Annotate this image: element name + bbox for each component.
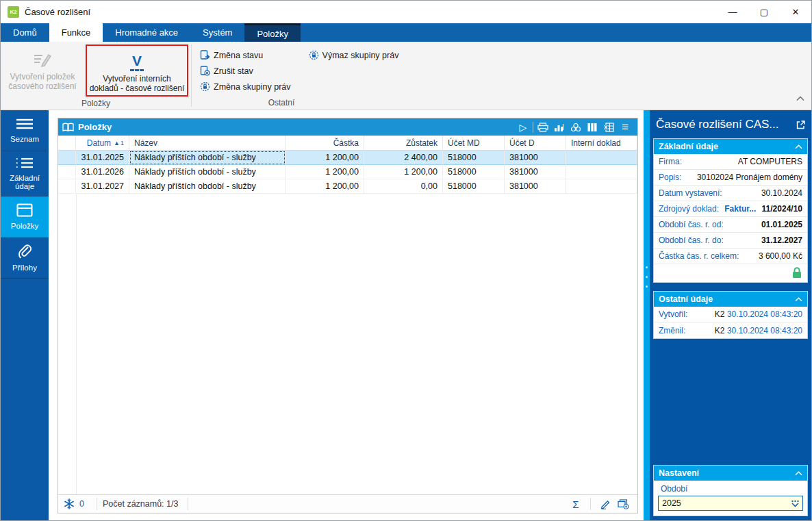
tab-system[interactable]: Systém: [190, 23, 244, 42]
detail-panel-title-row: Časové rozlišení CAS...: [653, 114, 808, 136]
column-header-ucet-d[interactable]: Účet D: [505, 136, 566, 150]
ribbon-tab-bar: Domů Funkce Hromadné akce Systém Položky: [1, 23, 811, 42]
change-rights-group-button[interactable]: Změna skupiny práv: [200, 79, 291, 94]
table-row[interactable]: 31.01.2026 Náklady příštích období - slu…: [58, 165, 637, 179]
cell-interni-doklad: [566, 151, 637, 165]
ribbon-collapse-button[interactable]: [796, 92, 804, 104]
svg-text:X: X: [604, 124, 608, 131]
splitter-grip-dot: [646, 266, 648, 268]
section-title: Nastavení: [659, 468, 699, 478]
cell-ucet-md: 518000: [443, 179, 505, 194]
splitter-grip-dot: [646, 276, 648, 278]
settings-card: Nastavení Období: [653, 465, 808, 516]
annotation-highlight-box: V Vytvoření interních dokladů - časové r…: [86, 45, 188, 97]
group-shapes-icon[interactable]: [568, 120, 584, 135]
other-info-header[interactable]: Ostatní údaje: [654, 292, 807, 307]
table-header-bar: Položky ▷: [58, 118, 637, 136]
table-empty-area: [58, 194, 637, 494]
cell-castka: 1 200,00: [286, 165, 364, 179]
tab-polozky[interactable]: Položky: [244, 23, 301, 42]
table-row[interactable]: 31.01.2027 Náklady příštích období - slu…: [58, 179, 637, 194]
selector-column-header[interactable]: [58, 136, 76, 150]
table-status-bar: 0 Počet záznamů: 1/3 Σ: [58, 494, 637, 513]
column-header-interni-doklad[interactable]: Interní doklad: [566, 136, 637, 150]
sum-icon[interactable]: Σ: [567, 498, 585, 510]
row-selector: [58, 179, 76, 194]
cell-interni-doklad: [566, 165, 637, 179]
record-count-label: Počet záznamů: 1/3: [103, 499, 182, 509]
action-label: Výmaz skupiny práv: [322, 51, 399, 60]
delete-rights-group-button[interactable]: Výmaz skupiny práv: [309, 47, 399, 63]
detail-title: Časové rozlišení CAS...: [656, 118, 796, 131]
column-header-zustatek[interactable]: Zůstatek: [364, 136, 443, 150]
column-header-nazev[interactable]: Název: [129, 136, 286, 150]
window-controls: — ▢ ✕: [717, 1, 811, 23]
detail-panel-spacer: [653, 339, 808, 462]
sidebar-item-label: Přílohy: [12, 264, 37, 272]
main-content: Položky ▷: [49, 110, 644, 520]
field-firma: Firma: AT COMPUTERS: [654, 154, 807, 170]
chart-icon[interactable]: [551, 120, 568, 135]
ribbon: Vytvoření položek časového rozlišení V V…: [1, 42, 811, 110]
tab-domu[interactable]: Domů: [1, 23, 49, 42]
period-input[interactable]: [658, 496, 803, 511]
maximize-button[interactable]: ▢: [748, 1, 780, 23]
source-document-link[interactable]: Faktur...: [724, 204, 756, 214]
column-header-datum[interactable]: Datum▲1: [76, 136, 129, 150]
field-vytvoril: Vytvořil: K2 30.10.2024 08:43:20: [654, 307, 807, 322]
create-accrual-items-button[interactable]: Vytvoření položek časového rozlišení: [5, 45, 80, 91]
create-internal-documents-button[interactable]: V Vytvoření interních dokladů - časové r…: [88, 47, 186, 93]
column-header-castka[interactable]: Částka: [286, 136, 364, 150]
sidebar-item-label: Seznam: [10, 135, 39, 143]
basic-info-card: Základní údaje Firma: AT COMPUTERS Popis…: [653, 138, 808, 283]
settings-header[interactable]: Nastavení: [654, 466, 807, 481]
field-obdobi-do: Období čas. r. do: 31.12.2027: [654, 233, 807, 249]
cancel-state-button[interactable]: Zrušit stav: [200, 63, 291, 79]
section-title: Základní údaje: [659, 142, 718, 151]
basic-info-header[interactable]: Základní údaje: [654, 139, 807, 154]
settings-body: Období: [654, 481, 807, 516]
excel-export-icon[interactable]: X: [600, 120, 617, 135]
sidebar-item-zakladni-udaje[interactable]: Základní údaje: [1, 151, 49, 196]
sidebar-item-label: Základní údaje: [2, 174, 47, 190]
menu-icon[interactable]: ≡: [617, 120, 633, 135]
group-label-polozky: Položky: [1, 97, 191, 110]
rights-lock-icon: [200, 81, 210, 92]
panel-splitter[interactable]: [644, 110, 650, 520]
rights-lock-icon: [309, 50, 319, 60]
tab-hromadne-akce[interactable]: Hromadné akce: [103, 23, 190, 42]
column-header-ucet-md[interactable]: Účet MD: [443, 136, 505, 150]
change-state-button[interactable]: Změna stavu: [200, 47, 291, 63]
dropdown-chevron-icon[interactable]: [789, 498, 801, 509]
action-label: Zrušit stav: [214, 66, 253, 76]
run-icon[interactable]: ▷: [515, 120, 531, 135]
snowflake-icon: [64, 498, 75, 509]
table-row[interactable]: 31.01.2025 Náklady příštích období - slu…: [58, 151, 637, 165]
chevron-up-icon: [796, 96, 804, 101]
hamburger-list-icon: [16, 118, 34, 131]
box-icon: [16, 203, 33, 218]
cell-ucet-md: 518000: [443, 151, 505, 165]
field-zdrojovy-doklad: Zdrojový doklad: Faktur... 11/2024/10: [654, 201, 807, 217]
sidebar-item-polozky[interactable]: Položky: [1, 196, 49, 238]
field-obdobi-od: Období čas. r. od: 01.01.2025: [654, 217, 807, 233]
table-column-headers: Datum▲1 Název Částka Zůstatek Účet MD Úč…: [58, 136, 637, 151]
tab-funkce[interactable]: Funkce: [49, 23, 103, 42]
splitter-grip-dot: [646, 285, 648, 288]
table-title: Položky: [78, 122, 112, 132]
sidebar-item-seznam[interactable]: Seznam: [1, 110, 49, 151]
add-copy-icon[interactable]: [614, 499, 632, 509]
detail-list-icon: [16, 157, 34, 170]
button-label-line: Vytvoření interních: [103, 74, 171, 84]
edit-pencil-icon[interactable]: [596, 499, 614, 509]
open-external-icon[interactable]: [796, 120, 806, 130]
minimize-button[interactable]: —: [717, 1, 748, 23]
other-info-card: Ostatní údaje Vytvořil: K2 30.10.2024 08…: [653, 291, 808, 339]
document-arrow-icon: [200, 50, 210, 60]
columns-icon[interactable]: [584, 120, 600, 135]
close-button[interactable]: ✕: [780, 1, 811, 23]
print-icon[interactable]: [535, 120, 551, 135]
left-sidebar: Seznam Základní údaje Položky Přílohy: [1, 110, 49, 520]
field-zmenil: Změnil: K2 30.10.2024 08:43:20: [654, 322, 807, 338]
sidebar-item-prilohy[interactable]: Přílohy: [1, 238, 49, 279]
